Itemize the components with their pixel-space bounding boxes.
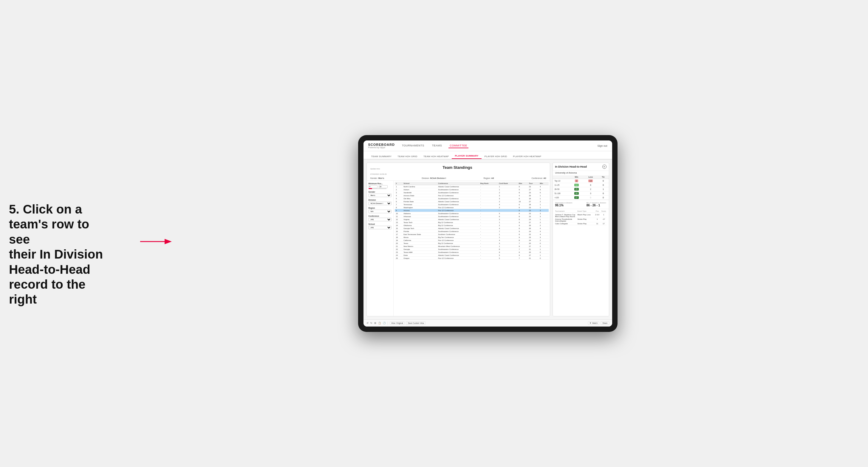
table-row[interactable]: 19 California Pac-12 Conference - 4 8 24…	[395, 239, 549, 242]
cell-reg-rank: -	[479, 245, 498, 248]
cell-conference: Big 12 Conference	[437, 242, 479, 245]
filter-school-select[interactable]: (All)	[369, 226, 392, 229]
cell-rds: 9	[518, 230, 528, 233]
cell-reg-rank: -	[479, 224, 498, 227]
filters-panel: Minimum Rou... Gender	[367, 181, 394, 316]
tournament-event: Stroke Play	[578, 218, 593, 222]
save-custom-view-button[interactable]: Save Custom View	[406, 321, 426, 325]
cell-conf-rank: 1	[498, 221, 518, 224]
table-row[interactable]: 12 Virginia Atlantic Coast Conference - …	[395, 218, 549, 221]
share-button[interactable]: Share	[601, 321, 609, 325]
top-nav: SCOREBOARD Powered by clippd TOURNAMENTS…	[364, 141, 612, 151]
cell-win: 0	[538, 242, 548, 245]
tour-col-pos: Pos	[595, 210, 600, 212]
table-row[interactable]: 5 Ole Miss Southeastern Conference - 3 6…	[395, 197, 549, 200]
table-row[interactable]: 21 New Mexico Mountain West Conference -…	[395, 245, 549, 248]
cell-rank: 24	[395, 254, 403, 257]
table-row[interactable]: 9 Arizona Pac-12 Conference - - 8 23 3	[395, 209, 549, 212]
h2h-cell-label: 11-25	[553, 183, 569, 187]
sub-nav: TEAM SUMMARY TEAM H2H GRID TEAM H2H HEAT…	[364, 151, 612, 160]
cell-tour: 27	[528, 188, 539, 191]
table-row[interactable]: 22 Georgia Southeastern Conference - 8 7…	[395, 248, 549, 251]
table-row[interactable]: 13 Texas Tech Big 12 Conference - 1 9 27…	[395, 221, 549, 224]
sub-nav-team-summary[interactable]: TEAM SUMMARY	[368, 154, 395, 159]
cell-tour: 24	[528, 230, 539, 233]
filter-division: Division NCAA Division I	[369, 199, 392, 205]
standings-table: # School Conference Reg Rank Conf Rank R…	[395, 182, 549, 260]
h2h-title: In Division Head-to-Head	[555, 165, 587, 168]
h2h-col-loss: Loss	[584, 175, 597, 179]
sub-nav-player-h2h-heatmap[interactable]: PLAYER H2H HEATMAP	[510, 154, 545, 159]
cell-conference: Atlantic Coast Conference	[437, 185, 479, 188]
toolbar-undo-icon[interactable]: ↺	[367, 322, 369, 324]
h2h-cell-tie: 1	[597, 187, 609, 191]
nav-tournaments[interactable]: TOURNAMENTS	[401, 144, 426, 148]
table-row[interactable]: 4 Arizona State Pac-12 Conference - 3 4 …	[395, 194, 549, 197]
table-row[interactable]: 10 Alabama Southeastern Conference - 5 8…	[395, 212, 549, 215]
table-row[interactable]: 20 Texas Big 12 Conference - 3 7 20 0	[395, 242, 549, 245]
table-row[interactable]: 6 Florida State Atlantic Coast Conferenc…	[395, 200, 549, 203]
sub-nav-player-summary[interactable]: PLAYER SUMMARY	[452, 153, 481, 159]
table-row[interactable]: 3 Vanderbilt Southeastern Conference - 2…	[395, 191, 549, 194]
filter-gender-select[interactable]: Men's	[369, 193, 392, 197]
sign-out-button[interactable]: Sign out	[597, 144, 607, 147]
table-row[interactable]: 15 Georgia Tech Atlantic Coast Conferenc…	[395, 227, 549, 230]
cell-rank: 3	[395, 191, 403, 194]
table-row[interactable]: 8 Washington Pac-12 Conference - 2 8 23 …	[395, 206, 549, 209]
cell-conf-rank: 3	[498, 197, 518, 200]
cell-conf-rank: 7	[498, 230, 518, 233]
table-row[interactable]: 7 Tennessee Southeastern Conference - 4 …	[395, 203, 549, 206]
table-row[interactable]: 16 Florida Southeastern Conference - 7 9…	[395, 230, 549, 233]
watch-button[interactable]: 👁 Watch	[588, 321, 599, 325]
cell-rank: 14	[395, 224, 403, 227]
filter-school: School (All)	[369, 223, 392, 229]
cell-tour: 23	[528, 191, 539, 194]
sub-nav-player-h2h-grid[interactable]: PLAYER H2H GRID	[482, 154, 510, 159]
toolbar-redo-icon[interactable]: ↻	[370, 322, 372, 324]
cell-rank: 20	[395, 242, 403, 245]
toolbar-paste-icon[interactable]: 📋	[378, 322, 381, 324]
filter-school-label: School	[369, 223, 392, 225]
table-row[interactable]: 11 Arkansas Southeastern Conference - 6 …	[395, 215, 549, 218]
nav-committee[interactable]: COMMITTEE	[448, 144, 468, 148]
cell-school: California	[402, 239, 437, 242]
cell-win: 3	[538, 209, 548, 212]
table-row[interactable]: 18 Illinois Big Ten Conference - 1 9 23 …	[395, 236, 549, 239]
filter-conference-select[interactable]: (All)	[369, 218, 392, 221]
filter-region-select[interactable]: N/A	[369, 210, 392, 213]
cell-school: Oregon	[402, 257, 437, 260]
cell-win: 3	[538, 212, 548, 215]
cell-rds: 8	[518, 239, 528, 242]
nav-teams[interactable]: TEAMS	[431, 144, 443, 148]
table-row[interactable]: 23 Texas A&M Southeastern Conference - 9…	[395, 251, 549, 254]
cell-tour: 23	[528, 209, 539, 212]
cell-reg-rank: -	[479, 239, 498, 242]
table-row[interactable]: 25 Oregon Pac-12 Conference - 5 7 21 0	[395, 257, 549, 260]
filter-division-select[interactable]: NCAA Division I	[369, 201, 392, 205]
sub-nav-team-h2h-grid[interactable]: TEAM H2H GRID	[395, 154, 421, 159]
cell-tour: 21	[528, 257, 539, 260]
cell-win: 6	[538, 188, 548, 191]
toolbar-right: 👁 Watch Share	[588, 321, 609, 325]
cell-tour: 26	[528, 194, 539, 197]
toolbar-clock-icon[interactable]: 🕐	[383, 322, 386, 324]
h2h-cell-loss: 13	[584, 179, 597, 183]
table-row[interactable]: 14 Oklahoma Big 12 Conference - 2 9 26 2	[395, 224, 549, 227]
view-original-button[interactable]: View: Original	[390, 321, 405, 325]
sub-nav-team-h2h-heatmap[interactable]: TEAM H2H HEATMAP	[421, 154, 452, 159]
table-row[interactable]: 24 Duke Atlantic Coast Conference - 5 9 …	[395, 254, 549, 257]
toolbar-copy-icon[interactable]: ⊞	[374, 322, 376, 324]
table-row[interactable]: 1 North Carolina Atlantic Coast Conferen…	[395, 185, 549, 188]
cell-rds: 8	[518, 227, 528, 230]
cell-conf-rank: 3	[498, 242, 518, 245]
table-row[interactable]: 2 Auburn Southeastern Conference - 1 9 2…	[395, 188, 549, 191]
tour-col-tournament: Tournament	[555, 210, 577, 212]
filter-gender: Gender Men's	[369, 191, 392, 197]
h2h-close-button[interactable]: ✕	[602, 165, 607, 169]
slider-bar[interactable]	[369, 188, 386, 189]
table-row[interactable]: 17 East Tennessee State Southern Confere…	[395, 233, 549, 236]
cell-tour: 26	[528, 224, 539, 227]
cell-conference: Southeastern Conference	[437, 212, 479, 215]
filter-min-input[interactable]	[369, 185, 377, 188]
filter-max-input[interactable]	[379, 185, 388, 188]
